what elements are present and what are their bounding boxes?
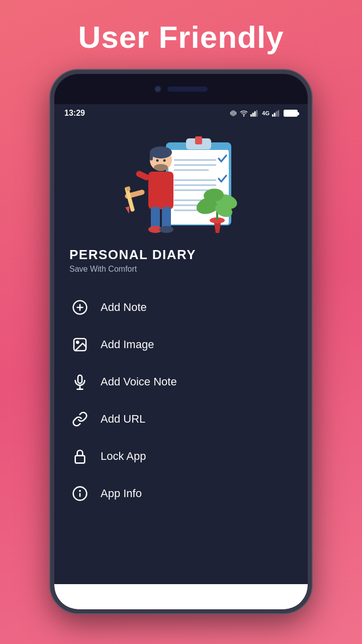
info-icon xyxy=(70,484,89,503)
phone-top-bezel xyxy=(54,74,308,104)
signal2-icon xyxy=(272,110,281,117)
svg-rect-8 xyxy=(278,110,279,117)
app-info-label: App Info xyxy=(101,487,142,500)
svg-point-23 xyxy=(150,146,172,158)
phone-frame: 13:29 4G xyxy=(50,70,312,613)
battery-icon xyxy=(284,110,298,117)
power-button xyxy=(309,175,312,200)
menu-item-add-note[interactable]: Add Note xyxy=(64,289,298,326)
svg-rect-2 xyxy=(252,113,254,117)
wifi-icon xyxy=(240,109,248,117)
menu-item-add-voice-note[interactable]: Add Voice Note xyxy=(64,363,298,400)
svg-point-37 xyxy=(159,226,173,233)
add-voice-note-label: Add Voice Note xyxy=(101,375,177,388)
menu-item-lock-app[interactable]: Lock App xyxy=(64,438,298,475)
status-icons: 4G xyxy=(229,109,298,117)
status-bar: 13:29 4G xyxy=(54,104,308,122)
add-note-icon xyxy=(70,298,89,317)
svg-rect-1 xyxy=(250,114,252,117)
app-header: PERSONAL DIARY Save With Comfort xyxy=(54,238,308,279)
svg-point-25 xyxy=(156,159,159,162)
volume-up-button xyxy=(50,180,53,210)
lock-app-label: Lock App xyxy=(101,450,146,463)
svg-rect-6 xyxy=(274,113,276,117)
lock-icon xyxy=(70,447,89,466)
svg-rect-3 xyxy=(254,111,256,117)
link-icon xyxy=(70,410,89,429)
earpiece-speaker xyxy=(167,87,208,92)
svg-point-49 xyxy=(76,341,78,343)
svg-rect-50 xyxy=(78,375,82,383)
svg-rect-12 xyxy=(195,136,202,144)
svg-rect-5 xyxy=(272,114,274,117)
add-image-label: Add Image xyxy=(101,338,154,351)
menu-item-add-image[interactable]: Add Image xyxy=(64,326,298,363)
microphone-icon xyxy=(70,372,89,391)
menu-item-app-info[interactable]: App Info xyxy=(64,475,298,512)
app-subtitle: Save With Comfort xyxy=(69,265,293,274)
front-camera xyxy=(154,86,161,93)
add-url-label: Add URL xyxy=(101,413,145,426)
network-type: 4G xyxy=(262,110,269,116)
menu-list: Add Note Add Image xyxy=(54,289,308,512)
bottom-bar xyxy=(54,584,308,609)
diary-illustration xyxy=(121,132,241,233)
svg-rect-53 xyxy=(75,456,85,463)
illustration-area xyxy=(54,122,308,238)
svg-rect-4 xyxy=(256,110,258,117)
page-headline: User Friendly xyxy=(78,19,284,55)
add-note-label: Add Note xyxy=(101,301,147,314)
svg-rect-7 xyxy=(276,111,278,117)
svg-rect-28 xyxy=(148,172,173,209)
svg-rect-24 xyxy=(150,152,153,160)
add-image-icon xyxy=(70,335,89,354)
app-name: PERSONAL DIARY xyxy=(69,247,293,263)
volume-down-button xyxy=(50,217,53,248)
signal-icon xyxy=(250,110,259,117)
mute-button xyxy=(50,154,53,172)
menu-item-add-url[interactable]: Add URL xyxy=(64,400,298,438)
status-time: 13:29 xyxy=(64,109,85,118)
svg-rect-29 xyxy=(135,170,150,182)
svg-point-27 xyxy=(154,164,168,171)
app-screen: PERSONAL DIARY Save With Comfort Add Not… xyxy=(54,122,308,609)
svg-point-0 xyxy=(244,116,244,116)
svg-point-26 xyxy=(163,159,166,162)
vibrate-icon xyxy=(229,109,237,117)
